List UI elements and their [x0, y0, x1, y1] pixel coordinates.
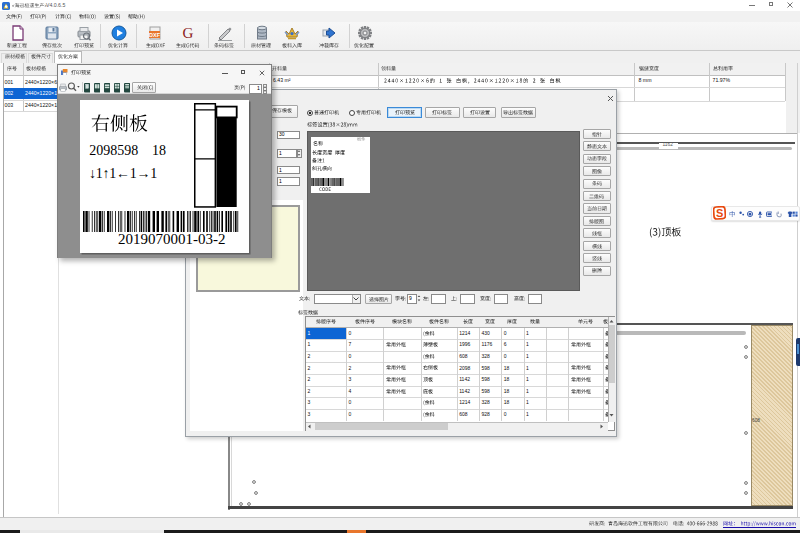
svg-text:DXF: DXF	[149, 31, 161, 37]
svg-text:S: S	[716, 208, 723, 220]
svg-text:G: G	[183, 25, 194, 41]
